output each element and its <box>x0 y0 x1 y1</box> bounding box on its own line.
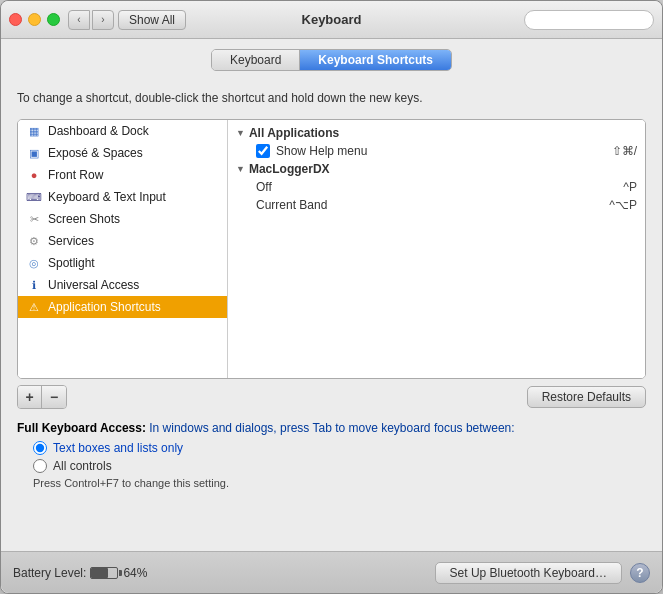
nav-buttons: ‹ › <box>68 10 114 30</box>
dashboard-icon: ▦ <box>26 123 42 139</box>
shortcut-pane: ▦ Dashboard & Dock ▣ Exposé & Spaces ● F… <box>17 119 646 379</box>
shortcut-row-help: Show Help menu ⇧⌘/ <box>228 142 645 160</box>
radio-row-text-only[interactable]: Text boxes and lists only <box>17 441 646 455</box>
keyboard-icon: ⌨ <box>26 189 42 205</box>
category-dashboard[interactable]: ▦ Dashboard & Dock <box>18 120 227 142</box>
content-area: To change a shortcut, double-click the s… <box>1 79 662 551</box>
category-screenshots[interactable]: ✂ Screen Shots <box>18 208 227 230</box>
maximize-button[interactable] <box>47 13 60 26</box>
close-button[interactable] <box>9 13 22 26</box>
shortcut-name-off: Off <box>256 180 623 194</box>
radio-label-all-controls: All controls <box>53 459 112 473</box>
appshortcuts-icon: ⚠ <box>26 299 42 315</box>
group-header-macloggerdx: ▼ MacLoggerDX <box>228 160 645 178</box>
category-spotlight[interactable]: ◎ Spotlight <box>18 252 227 274</box>
search-input[interactable] <box>524 10 654 30</box>
back-button[interactable]: ‹ <box>68 10 90 30</box>
add-shortcut-button[interactable]: + <box>18 386 42 408</box>
category-expose[interactable]: ▣ Exposé & Spaces <box>18 142 227 164</box>
group-label-macloggerdx: MacLoggerDX <box>249 162 330 176</box>
shortcut-row-currentband: Current Band ^⌥P <box>228 196 645 214</box>
shortcut-key-off: ^P <box>623 180 637 194</box>
frontrow-icon: ● <box>26 167 42 183</box>
category-dashboard-label: Dashboard & Dock <box>48 124 149 138</box>
battery-percent: 64% <box>123 566 147 580</box>
window: ‹ › Show All Keyboard Keyboard Keyboard … <box>0 0 663 594</box>
titlebar: ‹ › Show All Keyboard <box>1 1 662 39</box>
category-universal-label: Universal Access <box>48 278 139 292</box>
category-screenshots-label: Screen Shots <box>48 212 120 226</box>
add-remove-group: + − <box>17 385 67 409</box>
shortcuts-panel: ▼ All Applications Show Help menu ⇧⌘/ ▼ … <box>228 120 645 378</box>
category-frontrow-label: Front Row <box>48 168 103 182</box>
radio-all-controls[interactable] <box>33 459 47 473</box>
category-services[interactable]: ⚙ Services <box>18 230 227 252</box>
radio-text-only[interactable] <box>33 441 47 455</box>
group-header-all-apps: ▼ All Applications <box>228 124 645 142</box>
radio-row-all-controls[interactable]: All controls <box>17 459 646 473</box>
universal-icon: ℹ <box>26 277 42 293</box>
group-label-all-apps: All Applications <box>249 126 339 140</box>
restore-defaults-button[interactable]: Restore Defaults <box>527 386 646 408</box>
shortcuts-toolbar: + − Restore Defaults <box>17 379 646 415</box>
show-all-button[interactable]: Show All <box>118 10 186 30</box>
tab-segment: Keyboard Keyboard Shortcuts <box>211 49 452 71</box>
fka-title-desc: In windows and dialogs, press Tab to mov… <box>146 421 515 435</box>
fka-section: Full Keyboard Access: In windows and dia… <box>17 421 646 489</box>
battery-label: Battery Level: 64% <box>13 566 147 580</box>
fka-title: Full Keyboard Access: In windows and dia… <box>17 421 646 435</box>
forward-button[interactable]: › <box>92 10 114 30</box>
radio-label-text-only: Text boxes and lists only <box>53 441 183 455</box>
category-expose-label: Exposé & Spaces <box>48 146 143 160</box>
fka-title-bold: Full Keyboard Access: <box>17 421 146 435</box>
category-appshortcuts-label: Application Shortcuts <box>48 300 161 314</box>
fka-hint: Press Control+F7 to change this setting. <box>17 477 646 489</box>
battery-label-text: Battery Level: <box>13 566 86 580</box>
bluetooth-button[interactable]: Set Up Bluetooth Keyboard… <box>435 562 622 584</box>
shortcut-name-currentband: Current Band <box>256 198 609 212</box>
triangle-icon-all-apps: ▼ <box>236 128 245 138</box>
category-frontrow[interactable]: ● Front Row <box>18 164 227 186</box>
spotlight-icon: ◎ <box>26 255 42 271</box>
services-icon: ⚙ <box>26 233 42 249</box>
category-keyboard-label: Keyboard & Text Input <box>48 190 166 204</box>
tab-bar: Keyboard Keyboard Shortcuts <box>1 39 662 79</box>
triangle-icon-macloggerdx: ▼ <box>236 164 245 174</box>
category-list: ▦ Dashboard & Dock ▣ Exposé & Spaces ● F… <box>18 120 228 378</box>
category-services-label: Services <box>48 234 94 248</box>
category-keyboard[interactable]: ⌨ Keyboard & Text Input <box>18 186 227 208</box>
tab-keyboard[interactable]: Keyboard <box>212 50 300 70</box>
shortcut-key-help: ⇧⌘/ <box>612 144 637 158</box>
battery-icon <box>90 567 118 579</box>
shortcut-name-help: Show Help menu <box>276 144 612 158</box>
expose-icon: ▣ <box>26 145 42 161</box>
battery-fill <box>91 568 108 578</box>
bottom-bar: Battery Level: 64% Set Up Bluetooth Keyb… <box>1 551 662 593</box>
shortcut-checkbox-help[interactable] <box>256 144 270 158</box>
screenshots-icon: ✂ <box>26 211 42 227</box>
remove-shortcut-button[interactable]: − <box>42 386 66 408</box>
shortcut-key-currentband: ^⌥P <box>609 198 637 212</box>
category-appshortcuts[interactable]: ⚠ Application Shortcuts <box>18 296 227 318</box>
window-title: Keyboard <box>302 12 362 27</box>
tab-shortcuts[interactable]: Keyboard Shortcuts <box>300 50 451 70</box>
category-spotlight-label: Spotlight <box>48 256 95 270</box>
traffic-lights <box>9 13 60 26</box>
instruction-text: To change a shortcut, double-click the s… <box>17 87 646 109</box>
minimize-button[interactable] <box>28 13 41 26</box>
help-button[interactable]: ? <box>630 563 650 583</box>
category-universal[interactable]: ℹ Universal Access <box>18 274 227 296</box>
shortcut-row-off: Off ^P <box>228 178 645 196</box>
